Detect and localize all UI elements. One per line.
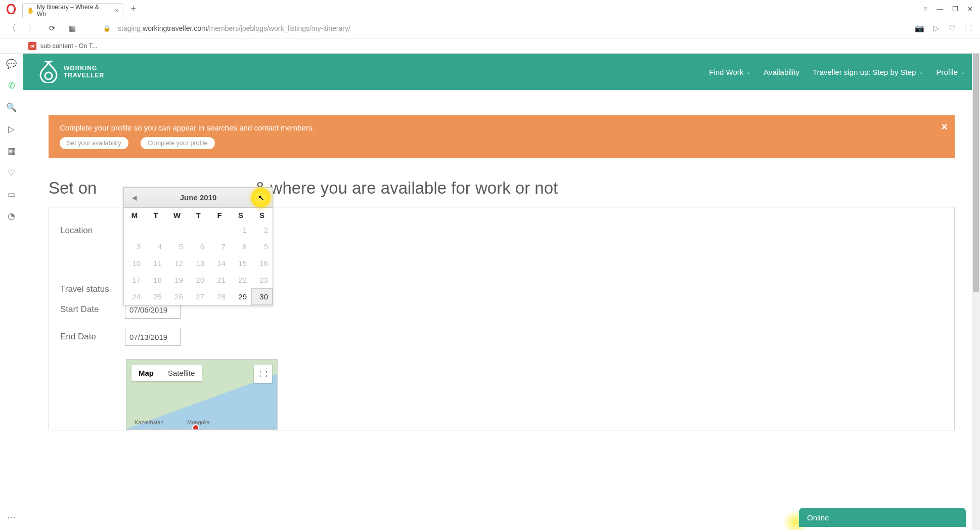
speed-dial-icon[interactable]: ▦ [66, 22, 79, 35]
datepicker-day[interactable]: 3 [124, 238, 145, 255]
page-content: WORKINGTRAVELLER Find Work⌄ Availability… [23, 54, 980, 530]
datepicker-day[interactable]: 10 [124, 255, 145, 272]
lock-icon[interactable]: 🔒 [103, 25, 111, 32]
opera-sidebar: 💬 ✆ 🔍 ▷ ▦ ♡ ▭ ◔ ⋯ [0, 54, 23, 530]
datepicker-day[interactable]: 5 [166, 238, 188, 255]
svg-point-1 [45, 72, 52, 79]
datepicker-day[interactable]: 21 [209, 272, 230, 288]
history-icon[interactable]: ◔ [8, 211, 15, 222]
nav-find-work[interactable]: Find Work⌄ [709, 68, 750, 76]
datepicker-day [188, 222, 209, 238]
datepicker-day[interactable]: 19 [166, 272, 188, 288]
travel-status-label: Travel status [60, 284, 116, 294]
datepicker-day[interactable]: 7 [209, 238, 230, 255]
maximize-icon[interactable]: ❐ [952, 5, 958, 13]
send-icon[interactable]: ▷ [933, 24, 940, 33]
more-icon[interactable]: ⋯ [7, 512, 16, 523]
whatsapp-icon[interactable]: ✆ [8, 80, 15, 91]
datepicker-dow: M [124, 208, 145, 222]
datepicker-day[interactable]: 14 [209, 255, 230, 272]
satellite-button[interactable]: Satellite [161, 365, 202, 381]
settings-toggle-icon[interactable]: ⛶ [964, 24, 972, 33]
datepicker: ◀ June 2019 ▶ ↖ MTWTFSS 1234567891011121… [123, 187, 273, 305]
close-window-icon[interactable]: ✕ [967, 5, 973, 13]
scrollbar[interactable] [972, 54, 980, 530]
new-tab-button[interactable]: + [126, 2, 141, 16]
map-fullscreen-icon[interactable]: ⛶ [254, 365, 272, 383]
easy-setup-icon[interactable]: ≡ [923, 5, 927, 13]
datepicker-day[interactable]: 6 [188, 238, 209, 255]
svg-point-0 [8, 4, 15, 13]
heart-icon[interactable]: ♡ [949, 24, 955, 33]
profile-notice-banner: Complete your profile so you can appear … [49, 115, 955, 158]
start-date-label: Start Date [60, 304, 116, 315]
map-button[interactable]: Map [131, 365, 161, 381]
news-icon[interactable]: ▭ [8, 189, 16, 200]
forward-button[interactable]: 〉 [25, 22, 38, 35]
datepicker-day[interactable]: 20 [188, 272, 209, 288]
datepicker-day [166, 222, 188, 238]
logo-mark-icon [38, 61, 59, 83]
search-icon[interactable]: 🔍 [6, 102, 17, 113]
highlight-ring: ↖ [251, 188, 271, 207]
messenger-icon[interactable]: 💬 [6, 59, 17, 69]
chat-widget[interactable]: Online [799, 508, 966, 527]
datepicker-day[interactable]: 17 [124, 272, 145, 288]
datepicker-day[interactable]: 28 [209, 288, 230, 305]
datepicker-day[interactable]: 22 [230, 272, 251, 288]
datepicker-header: ◀ June 2019 ▶ ↖ [124, 188, 273, 208]
favorites-icon[interactable]: ♡ [8, 167, 15, 178]
datepicker-day[interactable]: 8 [230, 238, 251, 255]
snapshot-icon[interactable]: 📷 [915, 24, 924, 33]
datepicker-day[interactable]: 29 [230, 288, 251, 305]
send-tab-icon[interactable]: ▷ [8, 124, 15, 135]
datepicker-day[interactable]: 1 [230, 222, 251, 238]
complete-profile-button[interactable]: Complete your profile [141, 137, 215, 149]
datepicker-day[interactable]: 12 [166, 255, 188, 272]
tab-favicon-icon: ✋ [27, 7, 34, 14]
datepicker-day[interactable]: 26 [166, 288, 188, 305]
workspaces-icon[interactable]: ▦ [8, 146, 16, 156]
nav-profile[interactable]: Profile⌄ [936, 68, 965, 76]
datepicker-day[interactable]: 4 [145, 238, 166, 255]
opera-menu-icon[interactable] [0, 0, 22, 18]
datepicker-day[interactable]: 23 [251, 272, 273, 288]
datepicker-day[interactable]: 11 [145, 255, 166, 272]
datepicker-day[interactable]: 24 [124, 288, 145, 305]
datepicker-day[interactable]: 25 [145, 288, 166, 305]
site-logo[interactable]: WORKINGTRAVELLER [38, 61, 104, 83]
datepicker-prev-button[interactable]: ◀ [128, 192, 140, 204]
datepicker-day[interactable]: 13 [188, 255, 209, 272]
datepicker-day[interactable]: 9 [251, 238, 273, 255]
set-availability-button[interactable]: Set your availability [60, 137, 128, 149]
datepicker-dow: S [230, 208, 251, 222]
back-button[interactable]: 〈 [5, 22, 18, 35]
datepicker-day[interactable]: 15 [230, 255, 251, 272]
reload-button[interactable]: ⟳ [46, 22, 59, 35]
main-nav: Find Work⌄ Availability Traveller sign u… [709, 68, 965, 76]
datepicker-day[interactable]: 16 [251, 255, 273, 272]
datepicker-day[interactable]: 2 [251, 222, 273, 238]
location-label: Location [60, 226, 116, 236]
browser-title-bar: ✋ My Itinerary – Where & Wh × + ≡ — ❐ ✕ [0, 0, 980, 18]
url-display[interactable]: staging.workingtraveller.com/members/joe… [118, 24, 908, 32]
datepicker-dow: T [145, 208, 166, 222]
window-controls: ≡ — ❐ ✕ [923, 5, 980, 13]
nav-availability[interactable]: Availability [764, 68, 799, 76]
notice-close-icon[interactable]: × [941, 120, 948, 134]
datepicker-day[interactable]: 18 [145, 272, 166, 288]
nav-signup[interactable]: Traveller sign up: Step by Step⌄ [813, 68, 923, 76]
notice-text: Complete your profile so you can appear … [60, 123, 944, 132]
minimize-icon[interactable]: — [937, 5, 943, 13]
datepicker-day[interactable]: 27 [188, 288, 209, 305]
datepicker-day[interactable]: 30 [251, 288, 273, 305]
bookmark-item[interactable]: sub content - On T... [40, 42, 97, 50]
cursor-icon: ↖ [258, 193, 264, 202]
scrollbar-thumb[interactable] [973, 54, 979, 292]
tab-close-icon[interactable]: × [115, 7, 119, 15]
datepicker-day [145, 222, 166, 238]
end-date-input[interactable] [125, 328, 181, 346]
map[interactable]: Map Satellite ⛶ Kazakhstan Mongolia [126, 359, 278, 430]
datepicker-day-headers: MTWTFSS [124, 208, 273, 222]
browser-tab[interactable]: ✋ My Itinerary – Where & Wh × [22, 3, 123, 18]
